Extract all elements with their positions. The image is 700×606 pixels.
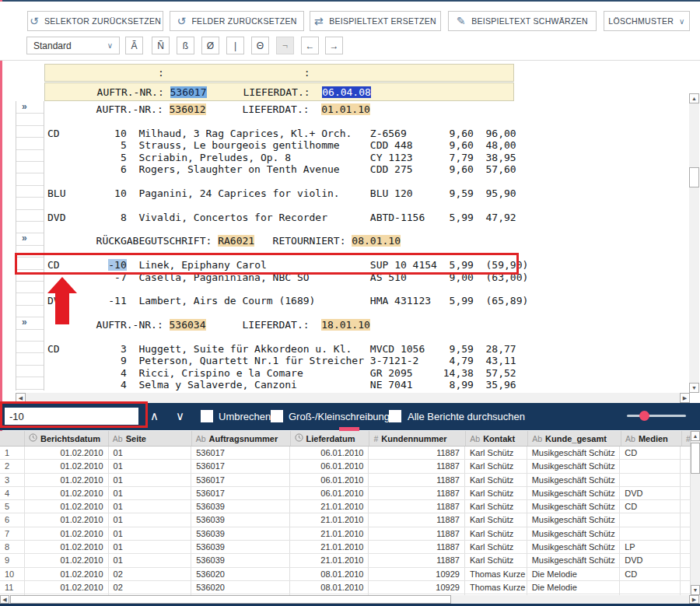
search-option-checkbox-1[interactable] (201, 410, 213, 422)
column-header-berichtsdatum[interactable]: Berichtsdatum (25, 431, 109, 446)
column-header-kunde_gesamt[interactable]: AbKunde_gesamt (528, 431, 621, 446)
special-char-button-5[interactable]: | (226, 37, 244, 54)
search-input[interactable] (5, 408, 138, 425)
field-highlight[interactable]: 536012 (170, 103, 206, 115)
search-option-label[interactable]: Groß-/Kleinschreibung (289, 411, 390, 422)
gutter-cell[interactable] (16, 161, 44, 173)
report-line[interactable]: -7 Casella, Paganiniana, NBC SO AS 510 9… (44, 271, 528, 283)
report-line[interactable]: DVD 8 Vivaldi, Concertos for Recorder AB… (44, 212, 516, 223)
replace-sample-text-button[interactable]: ⇄BEISPIELTEXT ERSETZEN (310, 11, 441, 31)
table-row[interactable]: 1101.02.20100253602008.01.201010929Thoma… (0, 581, 691, 594)
gutter-cell[interactable] (16, 305, 44, 317)
report-line[interactable]: 6 Rogers, Slaughter on Tenth Avenue CDD … (44, 163, 516, 175)
gutter-cell[interactable] (16, 292, 44, 305)
report-line[interactable] (44, 175, 47, 187)
table-scroll-left-button[interactable]: ◀ (0, 595, 9, 604)
gutter-cell[interactable] (16, 257, 44, 269)
report-line[interactable] (44, 307, 47, 319)
special-char-button-2[interactable]: Ñ (152, 37, 170, 54)
doc-horizontal-scrollbar[interactable] (26, 393, 680, 403)
search-next-button[interactable]: ∨ (176, 410, 184, 422)
table-scroll-up-button[interactable]: ▲ (691, 431, 700, 441)
column-header-extra[interactable]: # (682, 431, 691, 446)
gutter-cell[interactable] (16, 341, 44, 353)
table-horizontal-scroll-thumb[interactable] (10, 595, 451, 604)
report-line[interactable]: CD 10 Milhaud, 3 Rag Caprices, Kl.+ Orch… (44, 128, 516, 139)
report-line[interactable]: BLU 10 Paganini, 24 Caprices for violin.… (44, 187, 516, 199)
field-highlight[interactable]: 18.01.10 (321, 319, 370, 331)
report-line[interactable] (44, 199, 47, 211)
doc-scroll-down-button[interactable]: ▼ (689, 383, 699, 393)
field-highlight[interactable]: -10 (108, 259, 126, 271)
doc-scroll-right-button[interactable]: ▶ (680, 393, 690, 403)
trapped-value[interactable]: 06.04.08 (322, 86, 371, 98)
template-band[interactable]: : : (44, 64, 514, 82)
report-line[interactable]: 5 Scriabin, Preludes, Op. 8 CY 1123 7,79… (44, 152, 516, 163)
column-header-seite[interactable]: AbSeite (109, 431, 192, 446)
zoom-slider-handle[interactable] (639, 411, 649, 421)
search-previous-button[interactable]: ∧ (150, 410, 159, 422)
column-header-lieferdatum[interactable]: Lieferdatum (291, 431, 370, 446)
gutter-cell[interactable] (16, 137, 44, 149)
doc-scroll-left-button[interactable]: ◀ (16, 393, 26, 403)
special-char-button-8[interactable]: ← (301, 37, 319, 54)
table-row[interactable]: 601.02.20100153603921.01.201011887Karl S… (0, 513, 691, 527)
reset-selector-button[interactable]: ↺SELEKTOR ZURÜCKSETZEN (27, 11, 163, 31)
table-vertical-scroll-thumb[interactable] (691, 443, 700, 474)
trap-line-marker-icon[interactable]: » (22, 317, 27, 328)
table-row[interactable]: 1001.02.20100253602008.01.201010929Thoma… (0, 568, 691, 581)
table-row[interactable]: 301.02.20100153601706.01.201011887Karl S… (0, 474, 691, 487)
report-line[interactable]: 9 Peterson, Quartett Nr.1 für Streicher … (44, 355, 516, 366)
doc-scroll-up-button[interactable]: ▲ (689, 93, 699, 103)
gutter-cell[interactable] (16, 221, 44, 233)
gutter-cell[interactable] (16, 269, 44, 282)
table-row[interactable]: 901.02.20100153603921.01.201011887Karl S… (0, 554, 691, 567)
gutter-cell[interactable] (16, 101, 44, 114)
gutter-cell[interactable] (16, 329, 44, 342)
doc-vertical-scrollbar[interactable] (689, 103, 699, 393)
doc-vertical-scroll-thumb[interactable] (689, 167, 699, 187)
search-option-checkbox-2[interactable] (271, 410, 283, 422)
report-line[interactable] (44, 247, 47, 259)
report-line[interactable]: 4 Ricci, Crispino e la Comare GR 2095 14… (44, 367, 516, 379)
search-option-checkbox-3[interactable] (389, 410, 401, 422)
gutter-cell[interactable] (16, 185, 44, 198)
report-line[interactable] (44, 331, 47, 343)
gutter-cell[interactable] (16, 317, 44, 329)
gutter-cell[interactable] (16, 149, 44, 162)
table-row[interactable]: 401.02.20100153601706.01.201011887Karl S… (0, 487, 691, 500)
reset-fields-button[interactable]: ↺FELDER ZURÜCKSETZEN (170, 11, 304, 31)
special-char-button-9[interactable]: → (325, 37, 343, 54)
table-row[interactable]: 101.02.20100153601706.01.201011887Karl S… (0, 447, 691, 460)
gutter-cell[interactable] (16, 365, 44, 377)
column-header-kontakt[interactable]: AbKontakt (466, 431, 528, 446)
table-scroll-right-button[interactable]: ▶ (689, 595, 699, 604)
field-highlight[interactable]: 01.01.10 (321, 103, 370, 115)
special-char-button-3[interactable]: ß (177, 37, 194, 54)
column-header-medien[interactable]: AbMedien (621, 431, 682, 446)
search-option-label[interactable]: Umbrechen (219, 411, 271, 422)
report-line[interactable]: CD 3 Huggett, Suite für Akkordeon u. Kl.… (44, 343, 516, 355)
report-line[interactable]: DVD -11 Lambert, Airs de Courm (1689) HM… (44, 295, 528, 307)
gutter-cell[interactable] (16, 125, 44, 138)
report-line[interactable]: AUFTR.-NR.: 536012 LIEFERDAT.: 01.01.10 (44, 103, 370, 115)
report-line[interactable]: 5 Strauss, Le bourgeois gentilhomme CDD … (44, 139, 516, 151)
column-header-auftragsnummer[interactable]: AbAuftragsnummer (192, 431, 291, 446)
zoom-slider-track[interactable] (627, 415, 686, 417)
report-line[interactable]: RÜCKGABEGUTSCHRIFT: RA6021 RETOURNIERT: … (44, 235, 401, 247)
special-char-button-4[interactable]: Ø (201, 37, 219, 54)
report-line[interactable]: 4 Selma y Salaverde, Canzoni NE 7041 8,9… (44, 379, 516, 391)
report-line[interactable] (44, 283, 47, 295)
report-line[interactable] (44, 115, 47, 127)
report-line[interactable]: AUFTR.-NR.: 536034 LIEFERDAT.: 18.01.10 (44, 319, 370, 331)
gutter-cell[interactable] (16, 245, 44, 257)
redact-sample-text-button[interactable]: ✎BEISPIELTEXT SCHWÄRZEN (448, 11, 597, 31)
table-scroll-down-button[interactable]: ▼ (691, 585, 700, 595)
delete-pattern-dropdown[interactable]: LÖSCHMUSTER∨ (604, 11, 690, 31)
gutter-cell[interactable] (16, 197, 44, 209)
trapped-value[interactable]: 536017 (170, 86, 207, 98)
gutter-cell[interactable] (16, 281, 44, 293)
table-row[interactable]: 201.02.20100153601706.01.201011887Karl S… (0, 460, 691, 473)
gutter-cell[interactable] (16, 113, 44, 125)
trap-line-marker-icon[interactable]: » (22, 101, 27, 112)
